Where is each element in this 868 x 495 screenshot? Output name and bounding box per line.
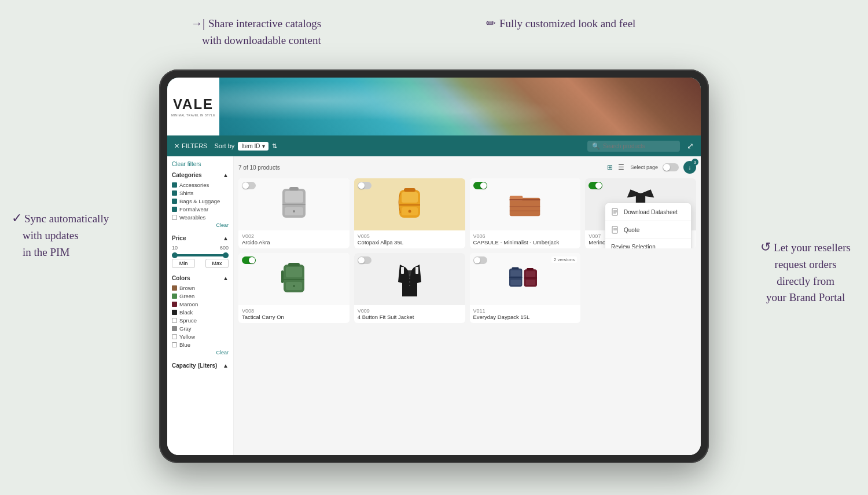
list-view-icon[interactable]: ☰ [616, 163, 626, 172]
svg-rect-43 [526, 271, 536, 277]
toggle-knob-v005 [358, 182, 365, 189]
toggle-switch-v011[interactable] [473, 256, 487, 264]
categories-collapse-icon[interactable]: ▲ [223, 172, 229, 178]
product-card-v009[interactable]: V009 4 Button Fit Suit Jacket [354, 253, 465, 323]
pencil-icon: ✏ [486, 17, 496, 30]
search-box[interactable]: 🔍 [587, 141, 680, 152]
annotation-right-line2: request orders [775, 258, 837, 270]
price-collapse-icon[interactable]: ▲ [223, 235, 229, 241]
price-min-input[interactable] [172, 259, 195, 268]
color-black[interactable]: Black [172, 309, 229, 316]
product-card-v011[interactable]: 2 versions [470, 253, 581, 323]
color-gray[interactable]: Gray [172, 325, 229, 332]
download-datasheet-item[interactable]: Download Datasheet [605, 203, 691, 221]
wearables-checkbox[interactable] [172, 215, 177, 220]
toggle-switch-v002[interactable] [242, 182, 256, 189]
header-banner-image [219, 78, 701, 135]
share-icon[interactable]: ⤢ [687, 141, 694, 151]
product-toggle-v006[interactable] [473, 182, 487, 189]
product-code-v005: V005 [358, 233, 462, 239]
color-spruce[interactable]: Spruce [172, 317, 229, 324]
categories-header[interactable]: Categories ▲ [172, 172, 229, 178]
quote-item[interactable]: Quote [605, 221, 691, 239]
product-card-v008[interactable]: V008 Tactical Carry On [238, 253, 350, 323]
clear-filters-link[interactable]: Clear filters [172, 161, 229, 167]
toggle-knob-v007 [595, 182, 602, 189]
product-card-v005[interactable]: V005 Cotopaxi Allpa 35L [354, 178, 465, 248]
product-card-v002[interactable]: V002 Arcido Akra [238, 178, 350, 248]
blue-checkbox[interactable] [172, 342, 177, 347]
category-label: Formalwear [179, 206, 208, 212]
select-page-toggle[interactable] [663, 163, 679, 171]
capacity-label: Capacity (Liters) [172, 362, 217, 369]
suit-jacket-svg [392, 259, 427, 299]
product-name-v009: 4 Button Fit Suit Jacket [358, 314, 462, 320]
product-toggle-v009[interactable] [358, 256, 372, 264]
formalwear-checkbox[interactable] [172, 207, 177, 212]
toggle-switch-v006[interactable] [473, 182, 487, 189]
categories-clear-link[interactable]: Clear [172, 222, 229, 228]
toggle-switch-v007[interactable] [589, 182, 602, 189]
price-max-input[interactable] [205, 259, 229, 268]
product-toggle-v002[interactable] [242, 182, 256, 189]
bags-checkbox[interactable] [172, 199, 177, 204]
color-blue[interactable]: Blue [172, 342, 229, 348]
quote-label: Quote [624, 227, 639, 233]
grid-view-icon[interactable]: ⊞ [605, 163, 615, 172]
price-range-fill [172, 254, 229, 256]
color-label: Gray [179, 325, 192, 332]
category-wearables[interactable]: Wearables [172, 214, 229, 221]
svg-rect-44 [524, 277, 538, 278]
download-button[interactable]: ↓ 3 [683, 161, 696, 174]
product-toggle-v007[interactable] [589, 182, 602, 189]
price-range-track[interactable] [172, 254, 229, 256]
arrow-right-icon: →| [191, 17, 205, 30]
capacity-header[interactable]: Capacity (Liters) ▲ [172, 362, 229, 369]
product-toggle-v008[interactable] [242, 256, 256, 264]
review-selection-item[interactable]: Review Selection [605, 239, 691, 248]
color-label: Blue [179, 342, 190, 348]
search-input[interactable] [603, 143, 675, 149]
yellow-checkbox[interactable] [172, 334, 177, 339]
spruce-checkbox[interactable] [172, 318, 177, 323]
backpack-gray-svg [277, 184, 311, 225]
toggle-switch-v005[interactable] [358, 182, 372, 189]
color-label: Green [179, 293, 194, 299]
price-header[interactable]: Price ▲ [172, 235, 229, 241]
toggle-switch-v008[interactable] [242, 256, 256, 264]
sort-by-control[interactable]: Sort by Item ID ▾ ⇅ [214, 142, 277, 151]
sort-badge[interactable]: Item ID ▾ [238, 142, 268, 151]
brand-tagline: MINIMAL TRAVEL IN STYLE [171, 113, 215, 117]
category-label: Accessories [179, 182, 209, 188]
color-green[interactable]: Green [172, 293, 229, 299]
color-maroon[interactable]: Maroon [172, 301, 229, 307]
price-range-thumb-left[interactable] [172, 252, 178, 258]
category-formalwear[interactable]: Formalwear [172, 206, 229, 212]
category-bags[interactable]: Bags & Luggage [172, 198, 229, 204]
colors-header[interactable]: Colors ▲ [172, 275, 229, 281]
product-name-v008: Tactical Carry On [242, 314, 346, 320]
svg-rect-27 [288, 263, 300, 266]
colors-clear-link[interactable]: Clear [172, 350, 229, 355]
product-info-v002: V002 Arcido Akra [238, 230, 350, 248]
sort-order-icon[interactable]: ⇅ [272, 142, 277, 150]
colors-collapse-icon[interactable]: ▲ [223, 275, 229, 281]
color-label: Yellow [179, 333, 195, 340]
color-yellow[interactable]: Yellow [172, 333, 229, 340]
shirts-checkbox[interactable] [172, 190, 177, 196]
product-code-v008: V008 [242, 308, 346, 314]
toggle-switch-v009[interactable] [358, 256, 372, 264]
price-range-thumb-right[interactable] [223, 252, 229, 258]
category-accessories[interactable]: Accessories [172, 182, 229, 188]
product-card-v007[interactable]: V007 Merino Short Sleeved Crew [585, 178, 696, 248]
product-toggle-v005[interactable] [358, 182, 372, 189]
accessories-checkbox[interactable] [172, 182, 177, 188]
filters-button[interactable]: ✕ FILTERS [174, 142, 207, 150]
product-toggle-v011[interactable] [473, 256, 487, 264]
capacity-collapse-icon[interactable]: ▲ [223, 362, 229, 369]
product-card-v006[interactable]: V006 CAPSULE - Minimalist - Umberjack [470, 178, 581, 248]
color-brown[interactable]: Brown [172, 285, 229, 291]
category-shirts[interactable]: Shirts [172, 190, 229, 196]
product-name-v002: Arcido Akra [242, 239, 346, 245]
toggle-knob [663, 164, 670, 171]
